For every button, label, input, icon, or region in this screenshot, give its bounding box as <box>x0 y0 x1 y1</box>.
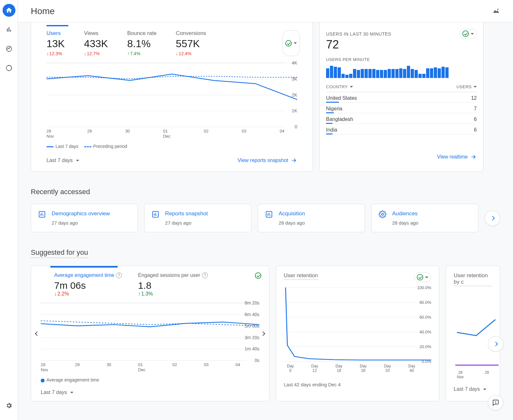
recent-next-button[interactable] <box>485 210 500 226</box>
arrow-right-icon <box>470 154 477 160</box>
recently-accessed-heading: Recently accessed <box>31 188 500 196</box>
retention2-chart <box>454 294 492 368</box>
target-icon <box>5 64 13 72</box>
caret-down-icon <box>471 33 474 35</box>
spark-bar <box>415 70 418 78</box>
spark-bar <box>353 69 356 78</box>
metric-bounce[interactable]: Bounce rate 8.1% ↑7.4% <box>127 30 157 56</box>
arrow-right-icon <box>291 157 297 164</box>
chevron-right-icon <box>490 216 495 220</box>
realtime-card: USERS IN LAST 30 MINUTES 72 USERS PER MI… <box>319 22 484 172</box>
metric-avg-engagement[interactable]: Average engagement time? 7m 06s ↓2.2% <box>54 272 122 297</box>
sidebar <box>0 0 18 420</box>
bar-chart-icon <box>152 210 159 218</box>
spark-bar <box>426 68 429 78</box>
realtime-row[interactable]: Nigeria7 <box>326 103 477 113</box>
recent-card[interactable]: Reports snapshot27 days ago <box>144 204 251 232</box>
recent-card[interactable]: Demographics overview27 days ago <box>31 204 138 232</box>
realtime-row[interactable]: Bangladesh6 <box>326 113 477 124</box>
date-range-selector[interactable]: Last 7 days <box>46 158 79 163</box>
view-reports-snapshot-link[interactable]: View reports snapshot <box>238 157 297 164</box>
metric-views[interactable]: Views 433K ↓12.7% <box>84 30 108 56</box>
topbar: Home <box>18 0 513 22</box>
view-realtime-link[interactable]: View realtime <box>326 154 477 160</box>
recent-card[interactable]: Acquisition28 days ago <box>258 204 365 232</box>
caret-down-icon <box>350 86 353 88</box>
check-icon <box>462 30 469 37</box>
feedback-button[interactable] <box>488 395 503 410</box>
realtime-status-menu[interactable] <box>459 29 477 39</box>
caret-down-icon <box>294 42 297 44</box>
gear-icon <box>379 210 386 218</box>
spark-bar <box>372 69 375 78</box>
overview-chart: 4K 3K 2K 1K 0 <box>46 63 297 127</box>
bar-chart-icon <box>5 26 13 33</box>
nav-home[interactable] <box>3 4 15 17</box>
metric-users[interactable]: Users 13K ↓12.3% <box>46 30 65 56</box>
spark-bar <box>418 74 422 78</box>
spark-bar <box>395 69 399 78</box>
check-icon <box>417 274 423 280</box>
date-range-selector[interactable]: Last 7 days <box>454 386 486 392</box>
spark-bar <box>341 74 345 78</box>
check-icon <box>285 40 292 47</box>
nav-advertising[interactable] <box>3 62 15 74</box>
spark-bar <box>376 70 379 78</box>
next-metric-button[interactable] <box>261 332 265 335</box>
spark-bar <box>334 67 337 78</box>
overview-x-axis: 28Nov 29 30 01Dec 02 03 04 <box>46 129 297 139</box>
insights-button[interactable] <box>492 7 500 16</box>
users-sort[interactable]: USERS <box>457 84 477 89</box>
overview-legend: Last 7 days Preceding period <box>46 144 297 149</box>
nav-settings[interactable] <box>5 402 13 410</box>
svg-point-8 <box>496 403 496 403</box>
nav-explore[interactable] <box>3 42 15 55</box>
retention-status-menu[interactable] <box>414 272 431 282</box>
date-range-selector[interactable]: Last 7 days <box>41 390 73 395</box>
spark-bar <box>445 67 449 78</box>
engagement-legend: Average engagement time <box>41 377 256 382</box>
realtime-title: USERS IN LAST 30 MINUTES <box>326 31 391 37</box>
country-sort[interactable]: COUNTRY <box>326 84 353 89</box>
help-icon[interactable]: ? <box>202 272 208 278</box>
suggested-heading: Suggested for you <box>31 248 88 258</box>
retention-chart: 100.0% 80.0% 60.0% 40.0% 20.0% 0.0% <box>284 287 431 361</box>
overview-card: Users 13K ↓12.3% Views 433K ↓12.7% Bounc… <box>31 22 313 172</box>
retention2-title: User retention by c <box>454 272 492 286</box>
bar-chart-icon <box>38 210 46 218</box>
engagement-chart: 8m 20s 6m 40s 5m 00s 3m 20s 1m 40s 0s <box>41 303 259 360</box>
spark-bar <box>349 74 352 78</box>
home-icon <box>5 7 13 14</box>
svg-point-5 <box>382 213 383 215</box>
spark-bar <box>361 69 364 78</box>
card-status-menu[interactable] <box>282 30 300 56</box>
spark-bar <box>434 67 437 78</box>
metric-conversions[interactable]: Conversions 557K ↓12.4% <box>176 30 206 56</box>
realtime-row[interactable]: United States12 <box>326 92 477 103</box>
retention-card: User retention 100.0% 80.0% 60.0% 40.0% … <box>276 266 439 401</box>
spark-bar <box>368 69 372 78</box>
spark-bar <box>357 70 360 78</box>
nav-reports[interactable] <box>3 23 15 36</box>
caret-down-icon <box>70 392 73 393</box>
spark-bar <box>345 75 349 78</box>
spark-bar <box>403 69 406 78</box>
page-title: Home <box>31 6 55 16</box>
caret-down-icon <box>474 86 477 88</box>
spark-bar <box>430 68 433 78</box>
recent-card[interactable]: Audiences28 days ago <box>371 204 478 232</box>
realtime-row[interactable]: India6 <box>326 124 477 134</box>
bar-chart-icon <box>265 210 273 218</box>
spark-bar <box>388 69 391 78</box>
spark-bar <box>407 66 410 78</box>
spark-bar <box>399 68 402 78</box>
gear-icon <box>5 402 13 409</box>
caret-down-icon <box>425 277 428 278</box>
metric-engaged-sessions[interactable]: Engaged sessions per user? 1.8 ↑1.3% <box>138 272 208 297</box>
prev-metric-button[interactable] <box>36 332 39 335</box>
caret-down-icon <box>76 160 79 161</box>
help-icon[interactable]: ? <box>116 272 122 278</box>
spark-bar <box>330 66 333 78</box>
spark-bar <box>442 67 445 78</box>
next-suggestion-button[interactable] <box>488 336 503 352</box>
